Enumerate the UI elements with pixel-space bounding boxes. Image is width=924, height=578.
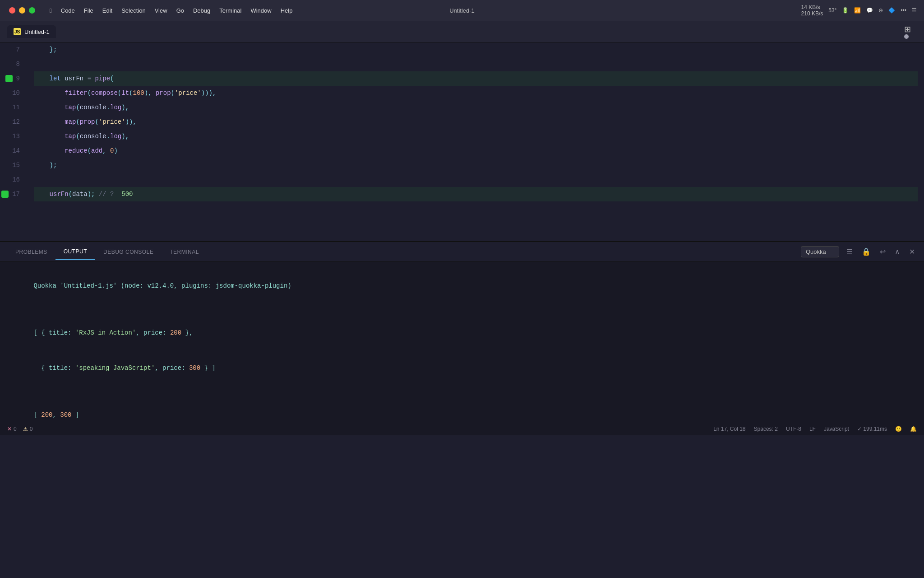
- output-blank-2: [11, 386, 913, 397]
- panel-tab-right: Quokka ☰ 🔒 ↩ ∧ ✕: [801, 246, 917, 258]
- menu-edit[interactable]: Edit: [98, 5, 117, 16]
- finder-icon: 🔷: [888, 7, 895, 14]
- tab-terminal[interactable]: TERMINAL: [162, 244, 207, 260]
- line-num-17: 17: [12, 187, 20, 201]
- temperature: 53°: [828, 7, 836, 14]
- close-button[interactable]: [9, 7, 15, 14]
- lock-icon[interactable]: 🔒: [860, 246, 873, 258]
- error-icon: ✕: [7, 426, 12, 432]
- code-line-10: filter(compose(lt(100), prop('price'))),: [34, 86, 918, 100]
- wifi-icon: 📶: [854, 7, 861, 14]
- output-blank-1: [11, 303, 913, 315]
- wechat-icon: 💬: [866, 7, 873, 14]
- line-num-12: 12: [12, 115, 20, 129]
- menu-go[interactable]: Go: [172, 5, 189, 16]
- line-num-8: 8: [16, 57, 20, 71]
- tab-untitled1[interactable]: JS Untitled-1: [7, 25, 56, 38]
- code-line-14: reduce(add, 0): [34, 144, 918, 158]
- code-line-12: map(prop('price')),: [34, 115, 918, 129]
- list-filter-icon[interactable]: ☰: [845, 246, 855, 258]
- collapse-icon[interactable]: ∧: [893, 246, 902, 258]
- title-bar:  Code File Edit Selection View Go Debug…: [0, 0, 924, 21]
- tab-label: Untitled-1: [24, 28, 50, 35]
- menu-debug[interactable]: Debug: [189, 5, 215, 16]
- line-num-10: 10: [12, 86, 20, 100]
- line-num-16: 16: [12, 172, 20, 187]
- tab-bar: JS Untitled-1 ⊞: [0, 21, 924, 42]
- tab-problems[interactable]: PROBLEMS: [7, 244, 55, 260]
- maximize-button[interactable]: [29, 7, 35, 14]
- dot-indicator: [904, 34, 909, 39]
- warning-count[interactable]: ⚠ 0: [23, 426, 33, 432]
- output-array1-line1: [ { title: 'RxJS in Action', price: 200 …: [11, 315, 913, 350]
- line-num-11: 11: [12, 100, 20, 115]
- traffic-lights: [9, 7, 35, 14]
- notification-icon: 🔔: [910, 426, 917, 432]
- output-header-line: Quokka 'Untitled-1.js' (node: v12.4.0, p…: [11, 268, 913, 303]
- quokka-timing: ✓ 199.11ms: [857, 426, 887, 432]
- emoji-icon: 🙂: [895, 426, 902, 432]
- code-editor[interactable]: }; let usrFn = pipe( filter(compose(lt(1…: [27, 42, 918, 241]
- js-file-icon: JS: [14, 28, 21, 35]
- output-content: Quokka 'Untitled-1.js' (node: v12.4.0, p…: [0, 262, 924, 422]
- list-icon: ☰: [912, 7, 917, 14]
- close-panel-icon[interactable]: ✕: [907, 246, 917, 258]
- cursor-position[interactable]: Ln 17, Col 18: [713, 426, 745, 432]
- error-count[interactable]: ✕ 0: [7, 426, 17, 432]
- code-line-9: let usrFn = pipe(: [34, 71, 918, 86]
- menu-file[interactable]: File: [79, 5, 98, 16]
- editor-area: 7 8 9 10 11 12 13 14 15 16 17 }; let usr…: [0, 42, 924, 241]
- line-numbers: 7 8 9 10 11 12 13 14 15 16 17: [0, 42, 27, 241]
- line-num-14: 14: [12, 144, 20, 158]
- code-line-7: };: [34, 42, 918, 57]
- status-bar-left: ✕ 0 ⚠ 0: [7, 426, 32, 432]
- tab-bar-right: ⊞: [904, 24, 917, 39]
- menu-window[interactable]: Window: [246, 5, 276, 16]
- code-line-15: );: [34, 158, 918, 172]
- indentation[interactable]: Spaces: 2: [754, 426, 778, 432]
- more-icon: •••: [901, 7, 906, 14]
- menu-help[interactable]: Help: [276, 5, 297, 16]
- menu-view[interactable]: View: [150, 5, 172, 16]
- panel-tab-bar: PROBLEMS OUTPUT DEBUG CONSOLE TERMINAL Q…: [0, 242, 924, 262]
- line-num-15: 15: [12, 158, 20, 172]
- wrap-icon[interactable]: ↩: [878, 246, 887, 258]
- code-line-11: tap(console.log),: [34, 100, 918, 115]
- network-speed: 14 KB/s 210 KB/s: [801, 4, 823, 17]
- output-array2: [ 200, 300 ]: [11, 397, 913, 422]
- code-line-16: [34, 172, 918, 187]
- tab-debug-console[interactable]: DEBUG CONSOLE: [95, 244, 162, 260]
- battery-icon: 🔋: [842, 7, 849, 14]
- code-line-13: tap(console.log),: [34, 129, 918, 144]
- line-ending[interactable]: LF: [809, 426, 816, 432]
- output-panel: PROBLEMS OUTPUT DEBUG CONSOLE TERMINAL Q…: [0, 241, 924, 422]
- minus-icon: ⊖: [878, 7, 883, 14]
- output-array1-line2: { title: 'speaking JavaScript', price: 3…: [11, 350, 913, 386]
- status-bar-right: Ln 17, Col 18 Spaces: 2 UTF-8 LF JavaScr…: [713, 426, 917, 432]
- code-line-8: [34, 57, 918, 71]
- title-bar-right: 14 KB/s 210 KB/s 53° 🔋 📶 💬 ⊖ 🔷 ••• ☰: [801, 4, 917, 17]
- status-bar: ✕ 0 ⚠ 0 Ln 17, Col 18 Spaces: 2 UTF-8 LF…: [0, 422, 924, 435]
- warning-icon: ⚠: [23, 426, 28, 432]
- menu-terminal[interactable]: Terminal: [215, 5, 246, 16]
- line-num-9: 9: [16, 71, 20, 86]
- tab-output[interactable]: OUTPUT: [55, 244, 95, 260]
- system-status: 14 KB/s 210 KB/s 53° 🔋 📶 💬 ⊖ 🔷 ••• ☰: [801, 4, 917, 17]
- window-title: Untitled-1: [449, 7, 475, 14]
- encoding[interactable]: UTF-8: [786, 426, 801, 432]
- menu-apple[interactable]: : [45, 5, 56, 16]
- line-num-13: 13: [12, 129, 20, 144]
- line-num-7: 7: [16, 42, 20, 57]
- editor-scrollbar[interactable]: [918, 42, 924, 241]
- language-mode[interactable]: JavaScript: [824, 426, 849, 432]
- minimize-button[interactable]: [19, 7, 25, 14]
- split-editor-icon[interactable]: ⊞: [904, 25, 911, 34]
- menu-selection[interactable]: Selection: [117, 5, 150, 16]
- output-source-select[interactable]: Quokka: [801, 246, 839, 257]
- code-line-17: usrFn(data); // ? 500: [34, 187, 918, 201]
- menu-code[interactable]: Code: [56, 5, 79, 16]
- menu-bar:  Code File Edit Selection View Go Debug…: [45, 5, 297, 16]
